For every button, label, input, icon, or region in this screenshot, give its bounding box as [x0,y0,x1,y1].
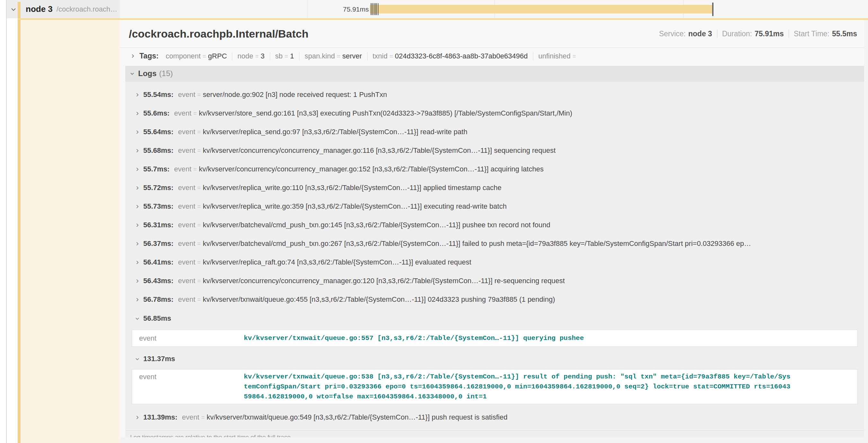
kv-value: kv/kvserver/txnwait/queue.go:557 [n3,s3,… [244,333,584,343]
span-timeline-cell[interactable]: 75.91ms [120,0,868,18]
log-row[interactable]: 55.68ms: event = kv/kvserver/concurrency… [125,141,864,160]
chevron-down-icon[interactable] [134,356,140,362]
log-value: kv/kvserver/replica_raft.go:74 [n3,s3,r6… [203,258,471,267]
service-value: node 3 [688,30,712,38]
chevron-down-icon[interactable] [129,71,135,76]
service-label: Service: [659,30,685,38]
tag-key: span.kind [305,52,335,60]
chevron-right-icon[interactable] [134,415,140,420]
chevron-right-icon[interactable] [134,204,140,209]
log-rows: 131.39ms: event = kv/kvserver/txnwait/qu… [125,408,864,427]
log-equals: = [201,414,205,421]
tag-value: server [342,52,362,60]
trace-timeline-view: node 3 /cockroach.roach… 75.91ms /cockro… [0,0,868,443]
log-row[interactable]: 56.78ms: event = kv/kvserver/txnwait/que… [125,290,864,309]
log-equals: = [197,128,201,135]
log-equals: = [197,184,201,191]
log-key: event [178,128,195,136]
chevron-right-icon[interactable] [134,148,140,154]
span-name-cell[interactable]: node 3 /cockroach.roach… [7,0,120,18]
log-equals: = [197,91,201,98]
log-timestamp: 55.6ms: [143,109,169,117]
log-marker-tick [375,3,375,15]
log-value: kv/kvserver/replica_write.go:110 [n3,s3,… [203,183,501,192]
tag-item: unfinished = [533,52,583,60]
log-row[interactable]: 56.43ms: event = kv/kvserver/concurrency… [125,272,864,290]
log-row[interactable]: 55.72ms: event = kv/kvserver/replica_wri… [125,178,864,197]
tags-list: component = gRPC node = 3 sb = 1 [161,52,583,60]
tag-equals: = [255,53,258,60]
log-key: event [178,146,195,155]
chevron-right-icon[interactable] [134,297,140,302]
chevron-right-icon[interactable] [134,111,140,116]
log-equals: = [197,203,201,210]
tree-indent-guide [6,0,7,443]
chevron-down-icon[interactable] [134,316,140,321]
chevron-right-icon[interactable] [134,92,140,98]
span-operation-name: /cockroach.roach… [57,5,118,13]
chevron-right-icon[interactable] [134,260,140,265]
tag-value: 024d3323-6c8f-4863-aa8b-37ab0e63496d [395,52,527,60]
duration-value: 75.91ms [754,30,784,38]
log-row[interactable]: 55.54ms: event = server/node.go:902 [n3]… [125,86,864,104]
duration-label: Duration: [722,30,752,38]
log-row[interactable]: 131.39ms: event = kv/kvserver/txnwait/qu… [125,408,864,427]
chevron-right-icon[interactable] [134,278,140,284]
log-value: kv/kvserver/batcheval/cmd_push_txn.go:26… [203,239,751,248]
kv-key: event [132,372,244,402]
chevron-right-icon[interactable] [134,223,140,228]
log-timestamp: 55.68ms: [143,146,174,155]
tags-row[interactable]: Tags: component = gRPC node = 3 [120,48,864,64]
span-detail-panel: /cockroach.roachpb.Internal/Batch Servic… [120,20,864,437]
log-value: kv/kvserver/concurrency/concurrency_mana… [199,165,544,173]
span-row[interactable]: node 3 /cockroach.roach… 75.91ms [0,0,868,18]
tag-equals: = [389,53,393,60]
kv-value-line: kv/kvserver/txnwait/queue.go:557 [n3,s3,… [244,333,584,343]
log-value: kv/kvserver/replica_write.go:359 [n3,s3,… [203,202,506,211]
span-duration-bar[interactable] [370,5,713,13]
log-row[interactable]: 55.6ms: event = kv/kvserver/store_send.g… [125,104,864,123]
expanded-log-header[interactable]: 56.85ms [125,311,864,326]
tag-key: component [166,52,201,60]
tag-equals: = [203,53,206,60]
span-service-name: node 3 [26,4,53,14]
log-key: event [178,239,195,248]
chevron-right-icon[interactable] [130,53,135,59]
log-equals: = [197,277,201,284]
log-marker-tick [371,3,371,15]
log-key: event [178,277,195,285]
log-marker-tick [376,3,377,15]
logs-footer-note: Log timestamps are relative to the start… [125,431,864,437]
log-timestamp: 55.72ms: [143,183,174,192]
log-timestamp: 56.37ms: [143,239,174,248]
log-event-box[interactable]: event kv/kvserver/txnwait/queue.go:538 [… [132,369,858,404]
tag-equals: = [572,53,576,60]
log-row[interactable]: 56.31ms: event = kv/kvserver/batcheval/c… [125,216,864,234]
logs-section-header[interactable]: Logs (15) [125,66,864,81]
chevron-right-icon[interactable] [134,167,140,172]
span-end-caret [712,3,713,16]
chevron-right-icon[interactable] [134,241,140,246]
chevron-right-icon[interactable] [134,185,140,191]
log-key: event [178,202,195,211]
log-row[interactable]: 56.41ms: event = kv/kvserver/replica_raf… [125,253,864,272]
log-row[interactable]: 56.37ms: event = kv/kvserver/batcheval/c… [125,234,864,253]
log-equals: = [197,259,201,266]
expanded-log-header[interactable]: 131.37ms [125,352,864,366]
tag-item: component = gRPC [161,52,232,60]
log-value: kv/kvserver/txnwait/queue.go:549 [n3,s3,… [207,413,507,421]
log-key: event [178,258,195,267]
tag-value: 3 [260,52,265,60]
log-row[interactable]: 55.73ms: event = kv/kvserver/replica_wri… [125,197,864,216]
span-detail-title: /cockroach.roachpb.Internal/Batch [129,28,308,40]
chevron-down-icon[interactable] [10,5,17,13]
log-key: event [174,109,191,117]
log-value: kv/kvserver/concurrency/concurrency_mana… [203,277,565,285]
log-row[interactable]: 55.7ms: event = kv/kvserver/concurrency/… [125,160,864,178]
log-marker-tick [378,3,378,15]
chevron-right-icon[interactable] [134,129,140,135]
log-row[interactable]: 55.64ms: event = kv/kvserver/replica_sen… [125,123,864,141]
log-event-box[interactable]: event kv/kvserver/txnwait/queue.go:557 [… [132,330,858,347]
kv-value-line: temConfigSpan/Start pri=0.03293366 epo=0… [244,382,790,391]
log-timestamp: 56.85ms [143,314,171,322]
